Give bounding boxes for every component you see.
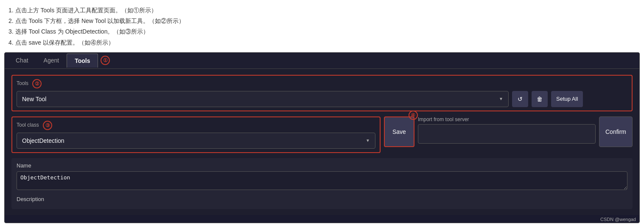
instructions-block: 1. 点击上方 Tools 页面进入工具配置页面。（如①所示） 2. 点击 To… [0, 0, 644, 52]
tools-chevron-icon: ▼ [499, 96, 503, 101]
instruction-line-4: 4. 点击 save 以保存配置。（如④所示） [8, 37, 636, 48]
tool-class-chevron-icon: ▼ [366, 138, 370, 143]
tab-agent[interactable]: Agent [36, 54, 67, 67]
tools-section-box: Tools ② New Tool ▼ ↺ 🗑 Setup All [11, 75, 633, 111]
delete-button[interactable]: 🗑 [532, 91, 548, 107]
delete-icon: 🗑 [537, 96, 543, 102]
name-field-label: Name [17, 162, 627, 169]
save-button[interactable]: Save [384, 116, 414, 147]
instruction-line-2: 2. 点击 Tools 下方框，选择 New Tool 以加载新工具。（如②所示… [8, 16, 636, 26]
fields-section: Name Description [11, 158, 633, 209]
setup-all-button[interactable]: Setup All [551, 91, 583, 107]
tool-class-section-box: Tool class ③ ObjectDetection ▼ [11, 116, 381, 153]
import-label: Import from tool server [418, 116, 596, 122]
instruction-line-3: 3. 选择 Tool Class 为 ObjectDetection。（如③所示… [8, 26, 636, 37]
tool-class-selected-value: ObjectDetection [22, 137, 64, 144]
instruction-line-1: 1. 点击上方 Tools 页面进入工具配置页面。（如①所示） [8, 5, 636, 16]
name-field-input[interactable] [17, 171, 627, 190]
tool-class-dropdown[interactable]: ObjectDetection ▼ [17, 133, 375, 149]
refresh-icon: ↺ [518, 96, 523, 102]
tab-tools[interactable]: Tools [67, 54, 98, 68]
app-container: Chat Agent Tools ① Tools ② New Tool ▼ ↺ [4, 52, 640, 223]
import-section: Import from tool server [418, 116, 596, 144]
watermark: CSDN @wengad [5, 215, 639, 223]
tools-selected-value: New Tool [22, 96, 46, 102]
tab-chat[interactable]: Chat [8, 54, 36, 67]
save-section: ④ Save [384, 116, 414, 147]
tool-class-label: Tool class ③ [17, 121, 375, 130]
tools-section-label: Tools ② [17, 79, 627, 88]
tab-bar: Chat Agent Tools ① [5, 53, 639, 69]
description-field-label: Description [17, 196, 627, 202]
confirm-button[interactable]: Confirm [599, 116, 633, 147]
tool-class-badge-3: ③ [43, 121, 52, 130]
refresh-button[interactable]: ↺ [512, 91, 528, 107]
import-textarea[interactable] [418, 124, 596, 144]
tools-dropdown[interactable]: New Tool ▼ [17, 91, 509, 107]
save-badge-4: ④ [409, 111, 418, 120]
tab-circle-badge-1: ① [101, 56, 110, 65]
tools-row: New Tool ▼ ↺ 🗑 Setup All [17, 91, 627, 107]
tools-badge-2: ② [32, 79, 42, 88]
main-content: Tools ② New Tool ▼ ↺ 🗑 Setup All [5, 69, 639, 215]
